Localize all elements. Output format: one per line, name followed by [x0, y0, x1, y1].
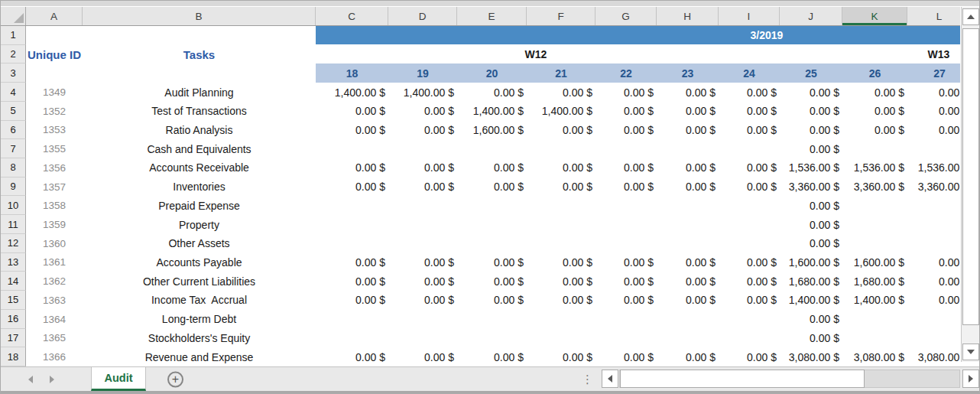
value-cell[interactable]: 0.00 $	[907, 256, 960, 269]
value-cell[interactable]: 0.00 $	[527, 86, 595, 99]
week-label-w12[interactable]: W12	[525, 48, 547, 60]
task-cell[interactable]: Other Assets	[83, 237, 316, 249]
value-cell[interactable]: 0.00 $	[595, 86, 657, 99]
value-cell[interactable]: 0.00 $	[595, 256, 657, 269]
value-cell[interactable]: 0.00 $	[388, 294, 457, 306]
unique-id-cell[interactable]: 1362	[26, 275, 83, 287]
value-cell[interactable]: 0.00 $	[719, 181, 780, 193]
row-header-10[interactable]: 10	[1, 196, 26, 215]
unique-id-cell[interactable]: 1352	[26, 106, 83, 117]
value-cell[interactable]: 0.00 $	[719, 105, 780, 117]
column-header-f[interactable]: F	[527, 7, 595, 25]
column-header-b[interactable]: B	[83, 7, 316, 25]
value-cell[interactable]: 0.00 $	[657, 105, 719, 117]
value-cell[interactable]: 0.00 $	[595, 105, 657, 117]
value-cell[interactable]: 0.00 $	[780, 237, 842, 249]
value-cell[interactable]: 0.00 $	[457, 294, 527, 306]
value-cell[interactable]: 0.00 $	[316, 161, 388, 174]
value-cell[interactable]: 1,600.00 $	[842, 256, 907, 269]
sheet-tab-audit[interactable]: Audit	[91, 367, 146, 391]
value-cell[interactable]: 1,400.00 $	[457, 105, 527, 117]
value-cell[interactable]: 0.00 $	[388, 351, 457, 363]
unique-id-cell[interactable]: 1355	[26, 143, 83, 155]
value-cell[interactable]: 3,360.00 $	[842, 181, 907, 193]
row-header-14[interactable]: 14	[1, 272, 26, 291]
value-cell[interactable]: 0.00 $	[527, 161, 595, 174]
column-header-a[interactable]: A	[26, 7, 83, 25]
unique-id-cell[interactable]: 1356	[26, 162, 83, 174]
task-cell[interactable]: Property	[83, 219, 316, 231]
column-header-d[interactable]: D	[388, 7, 457, 25]
value-cell[interactable]: 1,400.00 $	[527, 105, 595, 117]
value-cell[interactable]: 1,600.00 $	[780, 256, 842, 269]
value-cell[interactable]: 0.00 $	[457, 86, 527, 99]
task-cell[interactable]: Accounts Receivable	[83, 161, 316, 174]
value-cell[interactable]: 0.00 $	[657, 124, 719, 136]
value-cell[interactable]: 0.00 $	[780, 105, 842, 117]
value-cell[interactable]: 0.00 $	[907, 105, 960, 117]
horizontal-scroll-track[interactable]	[619, 370, 960, 388]
column-header-l[interactable]: L	[907, 7, 960, 25]
task-cell[interactable]: Stockholders's Equity	[83, 332, 316, 344]
task-cell[interactable]: Income Tax Accrual	[83, 294, 316, 306]
column-header-j[interactable]: J	[780, 7, 842, 25]
row-header-16[interactable]: 16	[1, 310, 26, 329]
value-cell[interactable]: 3,360.00 $	[780, 181, 842, 193]
value-cell[interactable]: 0.00 $	[842, 105, 907, 117]
scroll-down-button[interactable]	[962, 344, 979, 360]
row-header-3[interactable]: 3	[1, 63, 26, 83]
value-cell[interactable]: 1,600.00 $	[457, 124, 527, 136]
value-cell[interactable]: 0.00 $	[316, 294, 388, 306]
value-cell[interactable]: 3,080.00 $	[907, 351, 960, 363]
value-cell[interactable]: 0.00 $	[316, 351, 388, 363]
task-cell[interactable]: Test of Transactions	[83, 105, 316, 117]
column-header-i[interactable]: I	[719, 7, 780, 25]
row-header-6[interactable]: 6	[1, 121, 26, 140]
vertical-scrollbar[interactable]	[961, 7, 980, 362]
scroll-up-button[interactable]	[962, 8, 979, 25]
task-cell[interactable]: Long-term Debt	[83, 313, 316, 325]
unique-id-cell[interactable]: 1353	[26, 124, 83, 135]
unique-id-cell[interactable]: 1363	[26, 295, 83, 306]
value-cell[interactable]: 0.00 $	[657, 256, 719, 269]
value-cell[interactable]: 0.00 $	[527, 124, 595, 136]
value-cell[interactable]: 0.00 $	[388, 105, 457, 117]
day-header-cell[interactable]: 18	[316, 67, 388, 80]
unique-id-cell[interactable]: 1361	[26, 256, 83, 268]
task-cell[interactable]: Prepaid Expense	[83, 200, 316, 212]
value-cell[interactable]: 0.00 $	[780, 313, 842, 325]
value-cell[interactable]: 0.00 $	[527, 275, 595, 288]
value-cell[interactable]: 0.00 $	[719, 86, 780, 99]
scroll-right-button[interactable]	[962, 370, 979, 388]
value-cell[interactable]: 0.00 $	[316, 105, 388, 117]
value-cell[interactable]: 0.00 $	[595, 161, 657, 174]
value-cell[interactable]: 0.00 $	[388, 161, 457, 174]
row-header-7[interactable]: 7	[1, 139, 26, 158]
value-cell[interactable]: 0.00 $	[780, 143, 842, 155]
value-cell[interactable]: 0.00 $	[719, 256, 780, 269]
task-cell[interactable]: Ratio Analysis	[83, 124, 316, 136]
row-header-15[interactable]: 15	[1, 291, 26, 310]
value-cell[interactable]: 1,400.00 $	[316, 86, 388, 99]
scroll-left-button[interactable]	[602, 370, 618, 388]
value-cell[interactable]: 0.00 $	[657, 351, 719, 363]
unique-id-cell[interactable]: 1349	[26, 86, 83, 98]
value-cell[interactable]: 0.00 $	[527, 351, 595, 363]
value-cell[interactable]: 1,680.00 $	[842, 275, 907, 288]
value-cell[interactable]: 0.00 $	[842, 86, 907, 99]
task-cell[interactable]: Cash and Equivalents	[83, 143, 316, 155]
value-cell[interactable]: 0.00 $	[719, 124, 780, 136]
value-cell[interactable]: 3,080.00 $	[780, 351, 842, 363]
value-cell[interactable]: 0.00 $	[657, 161, 719, 174]
horizontal-scroll-thumb[interactable]	[620, 370, 865, 388]
unique-id-cell[interactable]: 1357	[26, 181, 83, 193]
value-cell[interactable]: 0.00 $	[457, 161, 527, 174]
tasks-column-header[interactable]: Tasks	[83, 48, 316, 61]
task-cell[interactable]: Accounts Payable	[83, 256, 316, 269]
column-header-g[interactable]: G	[595, 7, 657, 25]
value-cell[interactable]: 0.00 $	[780, 124, 842, 136]
value-cell[interactable]: 0.00 $	[907, 275, 960, 288]
value-cell[interactable]: 0.00 $	[457, 256, 527, 269]
value-cell[interactable]: 1,400.00 $	[842, 294, 907, 306]
value-cell[interactable]: 0.00 $	[316, 256, 388, 269]
